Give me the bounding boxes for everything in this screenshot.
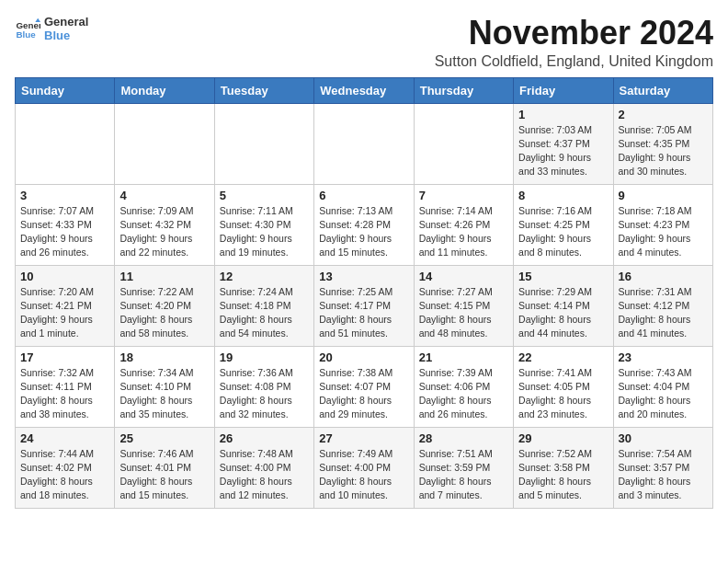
calendar-body: 1Sunrise: 7:03 AM Sunset: 4:37 PM Daylig… [16, 103, 713, 508]
week-row-5: 24Sunrise: 7:44 AM Sunset: 4:02 PM Dayli… [16, 427, 713, 508]
day-number: 16 [619, 270, 708, 283]
day-number: 1 [518, 108, 608, 121]
day-number: 28 [419, 431, 508, 445]
day-cell: 23Sunrise: 7:43 AM Sunset: 4:04 PM Dayli… [613, 346, 712, 427]
column-header-monday: Monday [115, 77, 214, 103]
day-number: 23 [619, 350, 708, 364]
day-cell: 5Sunrise: 7:11 AM Sunset: 4:30 PM Daylig… [214, 184, 313, 265]
day-number: 13 [319, 270, 408, 283]
day-cell: 22Sunrise: 7:41 AM Sunset: 4:05 PM Dayli… [514, 346, 613, 427]
day-cell: 25Sunrise: 7:46 AM Sunset: 4:01 PM Dayli… [115, 427, 214, 508]
day-number: 22 [518, 350, 608, 364]
header: General Blue General Blue November 2024 … [15, 15, 713, 70]
day-cell: 7Sunrise: 7:14 AM Sunset: 4:26 PM Daylig… [414, 184, 513, 265]
day-number: 6 [319, 189, 408, 202]
svg-text:Blue: Blue [16, 29, 36, 40]
logo-icon: General Blue [15, 16, 40, 41]
week-row-2: 3Sunrise: 7:07 AM Sunset: 4:33 PM Daylig… [16, 184, 713, 265]
day-info: Sunrise: 7:52 AM Sunset: 3:58 PM Dayligh… [518, 447, 608, 503]
day-number: 25 [119, 431, 209, 445]
day-number: 18 [119, 350, 209, 364]
day-number: 27 [319, 431, 408, 445]
day-info: Sunrise: 7:05 AM Sunset: 4:35 PM Dayligh… [619, 123, 708, 179]
day-number: 30 [619, 431, 708, 445]
day-info: Sunrise: 7:38 AM Sunset: 4:07 PM Dayligh… [319, 366, 408, 422]
logo-general: General [44, 15, 88, 29]
location-title: Sutton Coldfield, England, United Kingdo… [435, 53, 713, 70]
day-cell: 9Sunrise: 7:18 AM Sunset: 4:23 PM Daylig… [613, 184, 712, 265]
day-cell: 10Sunrise: 7:20 AM Sunset: 4:21 PM Dayli… [16, 265, 115, 346]
header-row: SundayMondayTuesdayWednesdayThursdayFrid… [16, 77, 713, 103]
day-info: Sunrise: 7:44 AM Sunset: 4:02 PM Dayligh… [20, 447, 109, 503]
day-cell: 26Sunrise: 7:48 AM Sunset: 4:00 PM Dayli… [214, 427, 313, 508]
day-cell: 30Sunrise: 7:54 AM Sunset: 3:57 PM Dayli… [613, 427, 712, 508]
day-cell: 27Sunrise: 7:49 AM Sunset: 4:00 PM Dayli… [314, 427, 414, 508]
calendar-header: SundayMondayTuesdayWednesdayThursdayFrid… [16, 77, 713, 103]
day-cell: 8Sunrise: 7:16 AM Sunset: 4:25 PM Daylig… [514, 184, 613, 265]
day-info: Sunrise: 7:36 AM Sunset: 4:08 PM Dayligh… [220, 366, 309, 422]
day-cell: 12Sunrise: 7:24 AM Sunset: 4:18 PM Dayli… [214, 265, 313, 346]
day-info: Sunrise: 7:13 AM Sunset: 4:28 PM Dayligh… [319, 204, 408, 260]
week-row-3: 10Sunrise: 7:20 AM Sunset: 4:21 PM Dayli… [16, 265, 713, 346]
logo: General Blue General Blue [15, 15, 88, 42]
day-number: 24 [20, 431, 109, 445]
day-number: 5 [220, 189, 309, 202]
day-info: Sunrise: 7:48 AM Sunset: 4:00 PM Dayligh… [220, 447, 309, 503]
day-info: Sunrise: 7:11 AM Sunset: 4:30 PM Dayligh… [220, 204, 309, 260]
day-cell: 3Sunrise: 7:07 AM Sunset: 4:33 PM Daylig… [16, 184, 115, 265]
day-cell: 4Sunrise: 7:09 AM Sunset: 4:32 PM Daylig… [115, 184, 214, 265]
day-info: Sunrise: 7:31 AM Sunset: 4:12 PM Dayligh… [619, 285, 708, 341]
column-header-thursday: Thursday [414, 77, 513, 103]
day-cell: 16Sunrise: 7:31 AM Sunset: 4:12 PM Dayli… [613, 265, 712, 346]
day-info: Sunrise: 7:46 AM Sunset: 4:01 PM Dayligh… [119, 447, 209, 503]
day-info: Sunrise: 7:41 AM Sunset: 4:05 PM Dayligh… [518, 366, 608, 422]
day-cell [314, 103, 414, 184]
day-cell: 19Sunrise: 7:36 AM Sunset: 4:08 PM Dayli… [214, 346, 313, 427]
week-row-1: 1Sunrise: 7:03 AM Sunset: 4:37 PM Daylig… [16, 103, 713, 184]
month-title: November 2024 [435, 15, 713, 52]
day-number: 26 [220, 431, 309, 445]
day-number: 21 [419, 350, 508, 364]
day-info: Sunrise: 7:54 AM Sunset: 3:57 PM Dayligh… [619, 447, 708, 503]
day-cell: 1Sunrise: 7:03 AM Sunset: 4:37 PM Daylig… [514, 103, 613, 184]
column-header-friday: Friday [514, 77, 613, 103]
day-cell: 17Sunrise: 7:32 AM Sunset: 4:11 PM Dayli… [16, 346, 115, 427]
week-row-4: 17Sunrise: 7:32 AM Sunset: 4:11 PM Dayli… [16, 346, 713, 427]
day-info: Sunrise: 7:07 AM Sunset: 4:33 PM Dayligh… [20, 204, 109, 260]
day-info: Sunrise: 7:34 AM Sunset: 4:10 PM Dayligh… [119, 366, 209, 422]
day-cell: 14Sunrise: 7:27 AM Sunset: 4:15 PM Dayli… [414, 265, 513, 346]
day-number: 3 [20, 189, 109, 202]
day-number: 7 [419, 189, 508, 202]
day-info: Sunrise: 7:32 AM Sunset: 4:11 PM Dayligh… [20, 366, 109, 422]
day-cell: 15Sunrise: 7:29 AM Sunset: 4:14 PM Dayli… [514, 265, 613, 346]
day-number: 19 [220, 350, 309, 364]
day-info: Sunrise: 7:39 AM Sunset: 4:06 PM Dayligh… [419, 366, 508, 422]
column-header-tuesday: Tuesday [214, 77, 313, 103]
day-number: 15 [518, 270, 608, 283]
day-number: 2 [619, 108, 708, 121]
column-header-saturday: Saturday [613, 77, 712, 103]
day-number: 29 [518, 431, 608, 445]
day-cell: 2Sunrise: 7:05 AM Sunset: 4:35 PM Daylig… [613, 103, 712, 184]
day-number: 17 [20, 350, 109, 364]
day-info: Sunrise: 7:09 AM Sunset: 4:32 PM Dayligh… [119, 204, 209, 260]
day-cell [214, 103, 313, 184]
day-info: Sunrise: 7:43 AM Sunset: 4:04 PM Dayligh… [619, 366, 708, 422]
day-number: 11 [119, 270, 209, 283]
day-info: Sunrise: 7:03 AM Sunset: 4:37 PM Dayligh… [518, 123, 608, 179]
day-info: Sunrise: 7:24 AM Sunset: 4:18 PM Dayligh… [220, 285, 309, 341]
day-cell: 29Sunrise: 7:52 AM Sunset: 3:58 PM Dayli… [514, 427, 613, 508]
day-number: 4 [119, 189, 209, 202]
title-block: November 2024 Sutton Coldfield, England,… [435, 15, 713, 70]
day-info: Sunrise: 7:27 AM Sunset: 4:15 PM Dayligh… [419, 285, 508, 341]
column-header-wednesday: Wednesday [314, 77, 414, 103]
day-info: Sunrise: 7:49 AM Sunset: 4:00 PM Dayligh… [319, 447, 408, 503]
day-cell [414, 103, 513, 184]
day-info: Sunrise: 7:20 AM Sunset: 4:21 PM Dayligh… [20, 285, 109, 341]
day-number: 12 [220, 270, 309, 283]
day-cell: 21Sunrise: 7:39 AM Sunset: 4:06 PM Dayli… [414, 346, 513, 427]
logo-blue: Blue [44, 29, 88, 42]
day-info: Sunrise: 7:29 AM Sunset: 4:14 PM Dayligh… [518, 285, 608, 341]
day-info: Sunrise: 7:18 AM Sunset: 4:23 PM Dayligh… [619, 204, 708, 260]
calendar-table: SundayMondayTuesdayWednesdayThursdayFrid… [15, 77, 713, 509]
